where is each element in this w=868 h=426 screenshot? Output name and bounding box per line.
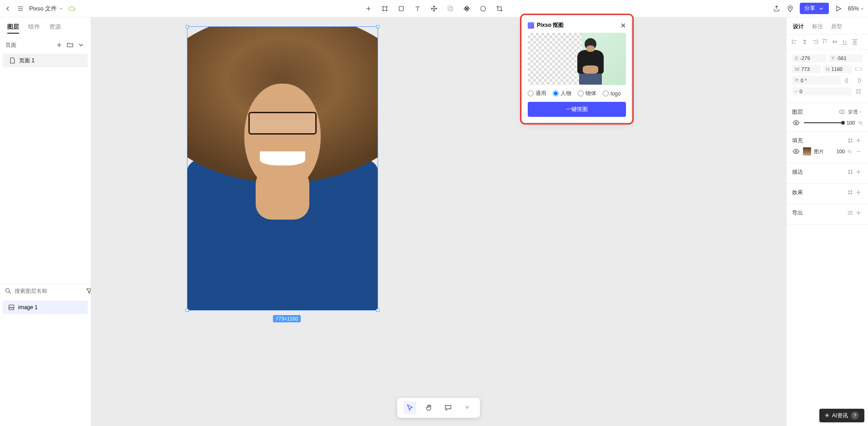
boolean-tool-icon[interactable] [446, 5, 454, 13]
blend-mode-icon[interactable] [838, 108, 846, 116]
svg-point-18 [795, 150, 797, 152]
resize-handle-br[interactable] [376, 309, 379, 312]
align-left-icon[interactable] [791, 38, 798, 45]
text-tool-icon[interactable] [414, 5, 422, 13]
tab-layers[interactable]: 图层 [7, 23, 19, 34]
tab-design[interactable]: 设计 [793, 23, 804, 30]
page-item[interactable]: 页面 1 [3, 54, 88, 67]
svg-point-20 [851, 170, 852, 171]
radio-logo[interactable]: logo [603, 90, 621, 97]
effect-style-icon[interactable] [846, 188, 854, 196]
file-title[interactable]: Pixso 文件 [29, 5, 63, 13]
align-v-center-icon[interactable] [831, 38, 838, 45]
move-tool-icon[interactable] [430, 5, 438, 13]
fill-thumbnail[interactable] [803, 147, 811, 155]
search-icon [5, 287, 12, 295]
pages-label: 页面 [5, 41, 16, 49]
radio-object[interactable]: 物体 [578, 90, 596, 97]
tab-annotation[interactable]: 标注 [812, 23, 823, 30]
svg-point-23 [848, 190, 850, 192]
opacity-slider[interactable] [804, 122, 843, 123]
align-bottom-icon[interactable] [841, 38, 848, 45]
zoom-value: 65% [848, 5, 859, 12]
resize-handle-bl[interactable] [186, 309, 189, 312]
radio-person[interactable]: 人物 [553, 90, 571, 97]
visibility-icon[interactable] [792, 119, 800, 127]
svg-point-13 [795, 122, 797, 124]
cutout-action-button[interactable]: 一键抠图 [528, 102, 626, 117]
effect-section-title: 效果 [792, 189, 803, 196]
flip-v-icon[interactable] [854, 76, 863, 85]
layer-item[interactable]: image 1 [3, 301, 88, 314]
comment-tool[interactable] [442, 401, 454, 414]
collapse-pages-icon[interactable] [77, 41, 85, 49]
tab-components[interactable]: 组件 [28, 23, 40, 34]
fill-style-icon[interactable] [846, 136, 854, 145]
page-folder-icon[interactable] [66, 41, 74, 49]
h-field[interactable]: H1160 [823, 65, 852, 73]
x-field[interactable]: X-279 [792, 54, 826, 62]
stroke-style-icon[interactable] [846, 168, 854, 176]
svg-rect-6 [9, 305, 14, 310]
close-icon[interactable]: ✕ [621, 22, 626, 29]
add-effect-icon[interactable] [854, 188, 863, 196]
rotation-field[interactable]: ⟳0 ° [792, 76, 841, 85]
magic-icon [528, 22, 534, 29]
selection-box[interactable] [187, 26, 378, 311]
back-icon[interactable] [4, 5, 12, 13]
frame-tool-icon[interactable] [381, 5, 389, 13]
fill-type[interactable]: 图片 [814, 148, 824, 155]
canvas[interactable]: 773×1160 [91, 17, 786, 426]
tab-assets[interactable]: 资源 [49, 23, 61, 34]
more-tools[interactable] [461, 401, 474, 414]
link-wh-icon[interactable] [854, 65, 863, 73]
zoom-control[interactable]: 65% [848, 5, 864, 12]
expand-radius-icon[interactable] [854, 87, 863, 95]
svg-rect-1 [448, 6, 452, 10]
component-tool-icon[interactable] [463, 5, 471, 13]
svg-rect-9 [856, 92, 858, 93]
svg-rect-10 [859, 92, 860, 93]
svg-rect-7 [856, 89, 858, 90]
y-field[interactable]: Y-561 [829, 54, 863, 62]
help-icon[interactable]: ? [851, 411, 859, 420]
menu-icon[interactable] [16, 5, 25, 13]
add-tool-icon[interactable] [364, 5, 373, 13]
add-page-icon[interactable] [55, 41, 63, 49]
align-h-center-icon[interactable] [801, 38, 808, 45]
location-icon[interactable] [786, 5, 794, 13]
cloud-sync-icon[interactable] [68, 5, 76, 13]
flip-h-icon[interactable] [843, 76, 852, 85]
export-icon[interactable] [772, 5, 781, 13]
resize-handle-tr[interactable] [376, 25, 379, 28]
crop-tool-icon[interactable] [495, 5, 504, 13]
svg-rect-2 [449, 7, 453, 11]
blend-mode-value[interactable]: 穿透 [848, 109, 858, 115]
remove-fill-icon[interactable] [854, 147, 863, 155]
radius-field[interactable]: ⌐0 [792, 87, 852, 95]
add-stroke-icon[interactable] [854, 168, 863, 176]
opacity-value[interactable]: 100 [847, 120, 855, 125]
play-icon[interactable] [834, 5, 843, 13]
cutout-title: Pixso 抠图 [537, 21, 564, 29]
distribute-icon[interactable] [851, 38, 858, 45]
fill-visibility-icon[interactable] [792, 147, 800, 155]
pointer-tool[interactable] [404, 401, 416, 414]
layer-search-input[interactable] [15, 288, 83, 294]
svg-point-19 [848, 170, 850, 171]
ellipse-tool-icon[interactable] [479, 5, 487, 13]
fill-opacity[interactable]: 100 [837, 149, 845, 154]
add-export-icon[interactable] [854, 209, 863, 217]
w-field[interactable]: W773 [792, 65, 821, 73]
tab-prototype[interactable]: 原型 [831, 23, 842, 30]
radio-general[interactable]: 通用 [528, 90, 546, 97]
align-right-icon[interactable] [811, 38, 818, 45]
hand-tool[interactable] [423, 401, 435, 414]
export-section-title: 导出 [792, 209, 803, 217]
resize-handle-tl[interactable] [186, 25, 189, 28]
shape-tool-icon[interactable] [397, 5, 405, 13]
add-fill-icon[interactable] [854, 136, 863, 145]
export-settings-icon[interactable] [846, 209, 854, 217]
align-top-icon[interactable] [821, 38, 828, 45]
share-button[interactable]: 分享 [800, 3, 829, 14]
